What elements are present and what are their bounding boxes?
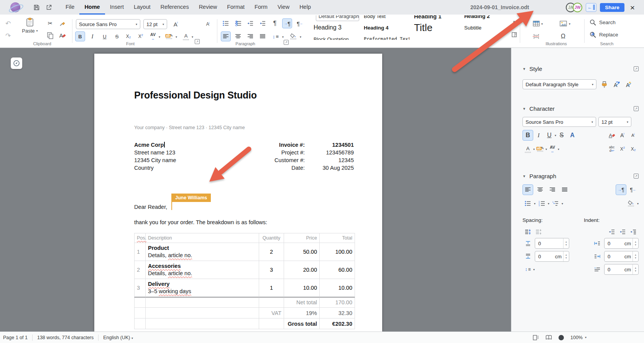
- insert-table-icon[interactable]: [531, 18, 541, 28]
- formatting-marks-icon[interactable]: ¶: [270, 18, 280, 28]
- special-character-icon[interactable]: Ω: [558, 31, 568, 41]
- tab-help[interactable]: Help: [294, 0, 316, 15]
- style-block-quotation[interactable]: Block Quotation: [309, 33, 359, 40]
- redo-icon[interactable]: ↷: [3, 31, 13, 41]
- sidebar-numbered-list-icon[interactable]: 123: [536, 198, 547, 209]
- after-text-indent-icon[interactable]: [592, 251, 603, 262]
- indent-first-line-input[interactable]: 0 cm ▲▼: [604, 264, 639, 275]
- strikethrough-button[interactable]: S: [112, 31, 122, 41]
- spinner-arrows[interactable]: ▲▼: [632, 251, 638, 261]
- decrease-spacing-icon[interactable]: [533, 226, 544, 237]
- increase-indent-icon[interactable]: [245, 18, 255, 28]
- sidebar-bold-button[interactable]: B: [522, 130, 533, 141]
- paste-dropdown-icon[interactable]: ▾: [36, 29, 38, 33]
- spacing-above-input[interactable]: 0 ▲▼: [535, 238, 569, 249]
- language-select[interactable]: English (UK) ▾: [103, 335, 133, 340]
- wrap-text-icon[interactable]: abcd↩: [606, 144, 617, 154]
- below-paragraph-spacing-icon[interactable]: [522, 251, 533, 262]
- paragraph-section-header[interactable]: ▼ Paragraph ↗: [522, 173, 639, 179]
- paragraph-popout-icon[interactable]: ↗: [634, 174, 639, 179]
- bold-button[interactable]: B: [75, 31, 85, 41]
- follow-user-icon[interactable]: ←: [586, 3, 596, 12]
- font-size-select[interactable]: 12 pt▾: [143, 19, 167, 29]
- sidebar-background-color-icon[interactable]: [626, 198, 636, 209]
- font-group-popout-icon[interactable]: ↗: [195, 39, 200, 44]
- tab-layout[interactable]: Layout: [129, 0, 156, 15]
- sidebar-font-color-icon[interactable]: A: [522, 144, 533, 154]
- paragraph-rtl-icon[interactable]: ¶←: [295, 18, 305, 28]
- sidebar-subscript-button[interactable]: X2: [628, 144, 639, 154]
- status-dot-icon[interactable]: [559, 335, 564, 340]
- sidebar-font-size-select[interactable]: 12 pt▾: [598, 117, 631, 127]
- style-body-text[interactable]: Body Text: [359, 15, 409, 22]
- sidebar-superscript-button[interactable]: X2: [617, 144, 628, 154]
- background-color-dropdown-icon[interactable]: ▾: [300, 35, 301, 39]
- sidebar-strikethrough-button[interactable]: S: [556, 130, 567, 141]
- sidebar-grow-font-icon[interactable]: A↑: [617, 130, 628, 141]
- tab-form[interactable]: Form: [250, 0, 273, 15]
- first-line-indent-icon[interactable]: [592, 264, 603, 275]
- sidebar-character-spacing-icon[interactable]: AV↔: [547, 144, 558, 154]
- new-style-icon[interactable]: A: [624, 81, 632, 88]
- paragraph-group-popout-icon[interactable]: ↗: [284, 40, 289, 45]
- insert-image-dropdown-icon[interactable]: ▾: [569, 22, 570, 26]
- clone-formatting-icon[interactable]: [601, 81, 608, 88]
- grow-font-icon[interactable]: A↑: [171, 19, 181, 29]
- tab-format[interactable]: Format: [222, 0, 250, 15]
- sidebar-line-spacing-dropdown-icon[interactable]: ▾: [533, 268, 535, 271]
- sidebar-paragraph-rtl-icon[interactable]: ¶←: [628, 184, 639, 195]
- bullet-list-icon[interactable]: [221, 18, 231, 28]
- increase-indent-icon[interactable]: [606, 226, 617, 237]
- align-left-icon[interactable]: [221, 31, 231, 41]
- page-break-icon[interactable]: [531, 31, 541, 41]
- styles-more-icon[interactable]: [511, 32, 518, 37]
- style-heading-3[interactable]: Heading 3: [309, 22, 359, 33]
- outline-list-dropdown-icon[interactable]: ▾: [562, 202, 563, 205]
- cut-icon[interactable]: ✂: [45, 18, 55, 28]
- clone-formatting-icon[interactable]: [58, 18, 67, 28]
- decrease-indent-icon[interactable]: [617, 226, 628, 237]
- book-view-icon[interactable]: [545, 335, 552, 340]
- style-section-header[interactable]: ▼ Style ↗: [522, 66, 639, 72]
- multi-page-view-icon[interactable]: [533, 335, 539, 340]
- sidebar-bullet-list-icon[interactable]: [522, 198, 533, 209]
- style-heading-1[interactable]: Heading 1: [409, 15, 460, 22]
- zoom-select[interactable]: 100%▾: [570, 335, 586, 340]
- sidebar-align-right-icon[interactable]: [547, 184, 558, 195]
- paste-button[interactable]: Paste ▾: [19, 18, 41, 34]
- sidebar-italic-button[interactable]: I: [533, 130, 544, 141]
- update-style-icon[interactable]: A: [612, 81, 620, 88]
- above-paragraph-spacing-icon[interactable]: [522, 238, 533, 249]
- numbered-list-dropdown-icon[interactable]: ▾: [548, 202, 549, 205]
- style-heading-2[interactable]: Heading 2: [460, 15, 510, 22]
- sidebar-background-color-dropdown-icon[interactable]: ▾: [637, 202, 639, 205]
- sidebar-align-left-icon[interactable]: [522, 184, 533, 195]
- undo-icon[interactable]: ↶: [3, 18, 13, 28]
- character-spacing-dropdown-icon[interactable]: ▾: [159, 35, 160, 39]
- font-name-select[interactable]: Source Sans Pro▾: [76, 19, 140, 29]
- search-button[interactable]: Search: [590, 19, 616, 26]
- sidebar-align-justify-icon[interactable]: [559, 184, 570, 195]
- increase-spacing-icon[interactable]: [522, 226, 533, 237]
- open-in-new-window-icon[interactable]: [44, 3, 53, 11]
- tab-review[interactable]: Review: [194, 0, 222, 15]
- tab-file[interactable]: File: [61, 0, 79, 15]
- font-color-icon[interactable]: A: [181, 31, 191, 41]
- align-center-icon[interactable]: [233, 31, 243, 41]
- tab-home[interactable]: Home: [79, 0, 105, 15]
- paragraph-style-select[interactable]: Default Paragraph Style▾: [522, 79, 596, 89]
- sidebar-highlight-icon[interactable]: ab✎: [535, 144, 545, 154]
- background-color-icon[interactable]: [288, 31, 298, 41]
- sidebar-character-spacing-dropdown-icon[interactable]: ▾: [558, 148, 559, 151]
- indent-before-input[interactable]: 0 cm ▲▼: [604, 238, 639, 249]
- document-canvas[interactable]: Professional Design Studio Your company …: [0, 48, 511, 332]
- shrink-font-icon[interactable]: A↓: [203, 19, 213, 29]
- quick-access-button[interactable]: [11, 57, 22, 69]
- line-spacing-dropdown-icon[interactable]: ▾: [282, 35, 284, 39]
- close-icon[interactable]: ×: [628, 3, 637, 11]
- save-icon[interactable]: [32, 3, 41, 11]
- style-preformatted-text[interactable]: Preformatted Text: [359, 33, 409, 40]
- superscript-button[interactable]: X2: [136, 31, 146, 41]
- replace-button[interactable]: a Replace: [590, 31, 618, 38]
- spinner-arrows[interactable]: ▲▼: [563, 238, 569, 248]
